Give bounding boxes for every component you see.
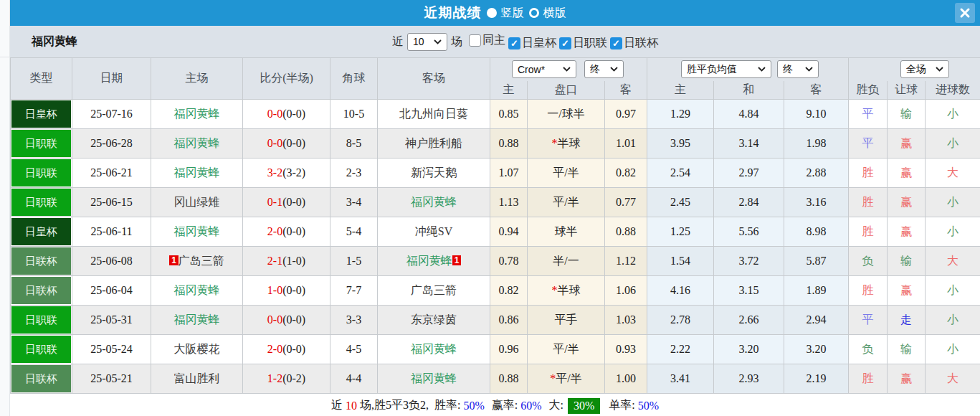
league-type-badge: 日职联 [11,306,71,334]
euro-odds-home: 2.78 [647,306,714,335]
euro-odds-away: 9.10 [784,100,849,129]
result-handicap: 赢 [888,129,926,159]
asian-odds-away: 0.77 [605,188,647,217]
euro-odds-home: 2.22 [647,335,714,364]
match-score: 0-0(0-0) [243,129,330,159]
corner-count: 8-5 [330,129,378,159]
asian-odds-home: 0.82 [490,276,528,306]
result-handicap: 走 [888,306,926,335]
subheader-handicap-result: 让球 [888,81,926,100]
result-win-draw-lose: 胜 [849,217,888,247]
halftime-score: (0-0) [282,313,305,326]
checkbox-checked-icon: ✓ [508,37,520,49]
footer-big-rate-badge: 30% [568,398,600,414]
filter-checkbox-label: 日皇杯 [522,36,556,51]
asian-handicap: *半球 [528,276,605,306]
match-score: 3-2(3-2) [243,159,330,188]
corner-count: 2-3 [330,159,378,188]
euro-time-select[interactable]: 终 [777,60,819,78]
halftime-score: (0-0) [282,225,305,237]
filter-checkbox-同主[interactable]: 同主 [469,33,505,48]
checkbox-checked-icon: ✓ [610,37,622,49]
fulltime-score: 0-0 [267,108,282,120]
euro-odds-home: 1.25 [647,217,714,247]
header-away: 客场 [378,58,490,100]
match-row: 日职联25-06-28福冈黄蜂0-0(0-0)8-5神户胜利船0.88*半球1.… [11,129,980,159]
asian-handicap: 一/球半 [528,100,605,129]
team-name-text: 福冈黄蜂 [174,108,220,120]
euro-odds-home: 4.16 [647,276,714,306]
league-type-badge: 日联杯 [11,247,71,275]
team-name-text: 福冈黄蜂 [411,196,457,208]
radio-selected-icon [487,8,497,18]
subheader-asian-away: 客 [605,81,647,100]
scope-select[interactable]: 全场 [900,60,949,78]
asian-handicap: 平/半 [528,188,605,217]
euro-odds-away: 1.89 [784,276,849,306]
away-team: 广岛三箭 [378,276,490,306]
result-over-under: 大 [926,159,980,188]
home-team: 冈山绿雉 [151,188,243,217]
away-team: 东京绿茵 [378,306,490,335]
filter-checkbox-日职联[interactable]: ✓日职联 [559,36,607,51]
recent-count-select[interactable]: 10 [407,33,447,51]
league-type-badge: 日职联 [11,130,71,157]
popup-titlebar: 近期战绩 竖版 横版 [10,0,980,26]
fulltime-score: 2-0 [267,343,282,355]
header-corner: 角球 [330,58,378,100]
team-name-text: 福冈黄蜂 [174,225,220,237]
filter-checkbox-label: 日联杯 [624,36,658,51]
league-type-cell: 日联杯 [11,276,72,306]
recent-results-popup: 近期战绩 竖版 横版 福冈黄蜂 近 [10,0,980,416]
radio-vertical-label: 竖版 [501,6,524,21]
home-team: 福冈黄蜂 [151,100,243,129]
footer-win-rate-label: 胜率: [434,398,460,413]
result-over-under: 小 [926,276,980,306]
chevron-down-icon [758,67,766,72]
chevron-down-icon [610,67,618,72]
team-name-text: 福冈黄蜂 [174,166,220,179]
corner-count: 3-3 [330,306,378,335]
bookmaker-select[interactable]: Crow* [512,60,576,78]
average-odds-value: 胜平负均值 [687,63,737,76]
home-team: 福冈黄蜂 [151,217,243,247]
euro-odds-away: 3.16 [784,188,849,217]
filter-checkbox-日皇杯[interactable]: ✓日皇杯 [508,36,556,51]
match-score: 0-0(0-0) [243,100,330,129]
match-date: 25-07-16 [72,100,151,129]
league-type-cell: 日职联 [11,159,72,188]
layout-radio-horizontal[interactable]: 横版 [529,6,566,21]
asian-odds-away: 0.97 [605,100,647,129]
team-name-text: 福冈黄蜂 [406,255,452,267]
asian-odds-away: 1.00 [605,364,647,394]
team-name-text: 福冈黄蜂 [174,137,220,149]
league-type-cell: 日皇杯 [11,217,72,247]
layout-radio-vertical[interactable]: 竖版 [487,6,524,21]
asian-time-select[interactable]: 终 [584,60,624,78]
asian-odds-home: 0.94 [490,217,528,247]
checkbox-checked-icon: ✓ [559,37,571,49]
home-team: 福冈黄蜂 [151,129,243,159]
euro-odds-home: 3.41 [647,364,714,394]
team-name-text: 神户胜利船 [405,137,462,149]
away-team: 新泻天鹅 [378,159,490,188]
unit-label: 场 [451,34,462,49]
home-team: 福冈黄蜂 [151,276,243,306]
filter-checkbox-日联杯[interactable]: ✓日联杯 [610,36,658,51]
halftime-score: (0-0) [282,343,305,355]
euro-odds-draw: 5.56 [714,217,784,247]
result-handicap: 赢 [888,159,926,188]
home-team: 1广岛三箭 [151,247,243,276]
match-row: 日皇杯25-07-16福冈黄蜂0-0(0-0)10-5北九州向日葵0.85一/球… [11,100,980,129]
footer-prefix: 近 [331,398,343,413]
chevron-down-icon [936,67,943,72]
result-over-under: 小 [926,100,980,129]
result-win-draw-lose: 胜 [849,364,888,394]
average-odds-select[interactable]: 胜平负均值 [681,60,771,78]
chevron-down-icon [805,67,813,72]
away-team: 福冈黄蜂 [378,364,490,394]
close-button[interactable] [955,3,975,23]
asian-odds-away: 0.93 [605,335,647,364]
euro-odds-draw: 2.66 [714,306,784,335]
euro-odds-home: 1.54 [647,247,714,276]
